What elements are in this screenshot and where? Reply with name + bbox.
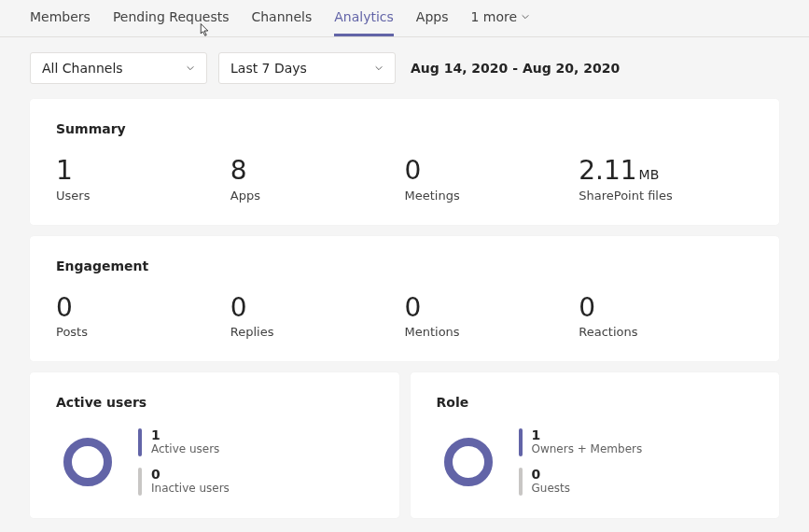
date-range-label: Last 7 Days [230,61,307,76]
legend-bar-icon [138,428,142,456]
stat-users-value: 1 [56,155,230,187]
legend-guests-label: Guests [532,482,571,495]
role-title: Role [437,395,754,410]
channel-filter-dropdown[interactable]: All Channels [30,52,207,84]
legend-owners-value: 1 [532,428,643,441]
stat-replies-label: Replies [230,325,405,339]
date-range-dropdown[interactable]: Last 7 Days [218,52,396,84]
engagement-title: Engagement [56,259,753,273]
active-users-title: Active users [56,395,373,410]
stat-replies-value: 0 [230,292,405,324]
channel-filter-label: All Channels [42,61,123,76]
legend-bar-icon [519,468,523,496]
stat-apps: 8 Apps [230,155,405,203]
stat-reactions: 0 Reactions [579,292,753,340]
summary-title: Summary [56,121,753,136]
tab-bar: Members Pending Requests Channels Analyt… [0,0,809,37]
legend-bar-icon [519,428,523,456]
stat-users: 1 Users [56,155,230,203]
legend-inactive-value: 0 [151,468,230,481]
tab-members[interactable]: Members [30,9,91,36]
stat-reactions-label: Reactions [579,325,753,339]
stat-meetings-value: 0 [405,155,579,187]
tab-pending-requests[interactable]: Pending Requests [113,9,230,36]
legend-owners-members: 1 Owners + Members [519,428,643,456]
chevron-down-icon [374,63,384,73]
stat-meetings: 0 Meetings [405,155,579,203]
legend-owners-label: Owners + Members [532,442,643,455]
legend-guests-value: 0 [532,468,571,481]
tab-channels[interactable]: Channels [251,9,312,36]
engagement-card: Engagement 0 Posts 0 Replies 0 Mentions … [30,236,779,362]
tab-apps[interactable]: Apps [416,9,449,36]
legend-inactive-label: Inactive users [151,482,230,495]
stat-users-label: Users [56,189,230,203]
chevron-down-icon [521,12,530,21]
legend-inactive-users: 0 Inactive users [138,468,230,496]
tab-more-label: 1 more [470,9,517,24]
stat-posts-label: Posts [56,325,230,339]
stat-replies: 0 Replies [230,292,405,340]
legend-active-label: Active users [151,442,219,455]
active-users-card: Active users 1 Active users 0 [30,372,399,518]
stat-sharepoint: 2.11MB SharePoint files [579,155,753,203]
legend-guests: 0 Guests [519,468,643,496]
stat-apps-label: Apps [230,189,405,203]
legend-active-value: 1 [151,428,219,441]
legend-active-users: 1 Active users [138,428,230,456]
active-users-donut-chart [63,438,112,486]
summary-card: Summary 1 Users 8 Apps 0 Meetings 2.11MB… [30,99,779,225]
stat-sharepoint-label: SharePoint files [579,189,753,203]
chevron-down-icon [186,63,195,73]
stat-meetings-label: Meetings [405,189,579,203]
stat-mentions-label: Mentions [405,325,579,339]
stat-mentions: 0 Mentions [405,292,579,340]
stat-mentions-value: 0 [405,292,579,324]
date-range-text: Aug 14, 2020 - Aug 20, 2020 [407,61,620,76]
stat-sharepoint-value: 2.11MB [579,155,753,187]
stat-posts-value: 0 [56,292,230,324]
stat-posts: 0 Posts [56,292,230,340]
tab-more[interactable]: 1 more [470,9,530,36]
tab-analytics[interactable]: Analytics [334,9,394,36]
filter-row: All Channels Last 7 Days Aug 14, 2020 - … [0,37,809,99]
stat-apps-value: 8 [230,155,405,187]
stat-reactions-value: 0 [579,292,753,324]
role-donut-chart [444,438,493,486]
legend-bar-icon [138,468,142,496]
role-card: Role 1 Owners + Members 0 [411,372,780,518]
